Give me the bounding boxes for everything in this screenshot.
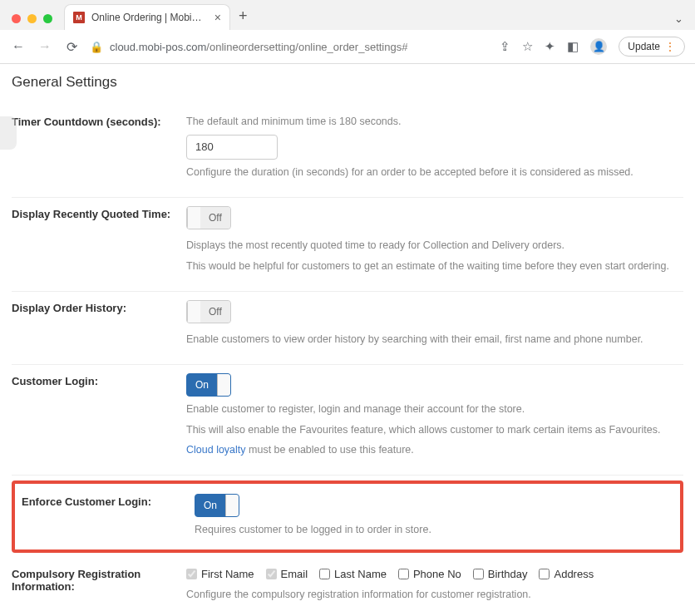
favicon-icon: M	[73, 12, 85, 23]
help-rq-2: This would be helpful for customers to g…	[186, 259, 683, 274]
check-item-last-name[interactable]: Last Name	[319, 566, 387, 583]
cloud-loyalty-link[interactable]: Cloud loyalty	[186, 444, 246, 456]
toggle-recently-quoted[interactable]: Off	[186, 206, 231, 229]
checkbox-label: Last Name	[334, 566, 387, 583]
url-text: cloud.mobi-pos.com/onlineordersetting/on…	[110, 41, 407, 53]
back-button[interactable]: ←	[10, 39, 27, 54]
label-enforce-login: Enforce Customer Login:	[20, 494, 195, 538]
row-customer-login: Customer Login: On Enable customer to re…	[12, 365, 683, 476]
more-icon: ⋮	[665, 41, 676, 52]
help-enforce: Requires customer to be logged in to ord…	[195, 522, 675, 538]
check-item-first-name[interactable]: First Name	[186, 566, 254, 583]
toggle-customer-login[interactable]: On	[186, 373, 231, 397]
row-compulsory: Compulsory Registration Information: Fir…	[12, 558, 683, 616]
checkbox[interactable]	[398, 569, 409, 579]
label-timer: Timer Countdown (seconds):	[12, 114, 186, 180]
address-bar: ← → ⟳ 🔒 cloud.mobi-pos.com/onlineorderse…	[0, 30, 695, 63]
compulsory-options: First NameEmailLast NamePhone NoBirthday…	[186, 566, 683, 583]
checkbox[interactable]	[319, 569, 330, 579]
checkbox[interactable]	[539, 569, 550, 579]
reload-button[interactable]: ⟳	[63, 39, 80, 55]
help-cl-3: Cloud loyalty must be enabled to use thi…	[186, 442, 683, 458]
close-tab-icon[interactable]: ×	[214, 11, 221, 24]
check-item-address[interactable]: Address	[539, 566, 594, 583]
checkbox-label: Phone No	[413, 566, 461, 583]
checkbox[interactable]	[186, 569, 197, 579]
toggle-order-history[interactable]: Off	[186, 300, 231, 323]
side-handle[interactable]	[0, 116, 17, 150]
page-content: General Settings Timer Countdown (second…	[0, 64, 695, 616]
checkbox-label: Email	[281, 566, 308, 583]
url-box[interactable]: 🔒 cloud.mobi-pos.com/onlineordersetting/…	[90, 41, 490, 53]
browser-chrome: M Online Ordering | MobiPOS × + ⌄ ← → ⟳ …	[0, 0, 695, 64]
label-recently-quoted: Display Recently Quoted Time:	[12, 206, 186, 274]
profile-icon[interactable]: 👤	[590, 38, 607, 55]
check-item-phone-no[interactable]: Phone No	[398, 566, 461, 583]
tab-bar: M Online Ordering | MobiPOS × + ⌄	[0, 0, 695, 30]
share-icon[interactable]: ⇪	[500, 39, 510, 54]
help-order-history: Enable customers to view order history b…	[186, 332, 683, 347]
label-order-history: Display Order History:	[12, 300, 186, 347]
lock-icon: 🔒	[90, 41, 103, 53]
close-window-button[interactable]	[12, 14, 21, 23]
page-title: General Settings	[12, 74, 683, 91]
forward-button[interactable]: →	[37, 39, 53, 54]
timer-input[interactable]	[186, 135, 278, 160]
label-compulsory: Compulsory Registration Information:	[12, 566, 186, 603]
minimize-window-button[interactable]	[27, 14, 37, 23]
help-cl-1: Enable customer to register, login and m…	[186, 402, 683, 417]
row-recently-quoted: Display Recently Quoted Time: Off Displa…	[12, 198, 683, 292]
checkbox-label: Address	[554, 566, 594, 583]
bookmark-icon[interactable]: ☆	[522, 39, 533, 54]
row-order-history: Display Order History: Off Enable custom…	[12, 292, 683, 365]
checkbox[interactable]	[266, 569, 277, 579]
tab-title: Online Ordering | MobiPOS	[91, 12, 208, 23]
help-cl-2: This will also enable the Favourites fea…	[186, 422, 683, 438]
check-item-email[interactable]: Email	[266, 566, 308, 583]
toggle-enforce-login[interactable]: On	[195, 494, 239, 517]
help-timer: Configure the duration (in seconds) for …	[186, 165, 683, 180]
check-item-birthday[interactable]: Birthday	[473, 566, 528, 583]
row-timer: Timer Countdown (seconds): The default a…	[12, 106, 683, 198]
tabs-menu-icon[interactable]: ⌄	[674, 12, 683, 25]
new-tab-button[interactable]: +	[239, 7, 248, 25]
help-timer-top: The default and minimum time is 180 seco…	[186, 114, 683, 130]
help-compulsory: Configure the compulsory registration in…	[186, 587, 683, 603]
update-button[interactable]: Update ⋮	[619, 37, 685, 57]
browser-tab[interactable]: M Online Ordering | MobiPOS ×	[64, 4, 230, 30]
window-controls	[12, 14, 52, 23]
maximize-window-button[interactable]	[43, 14, 52, 23]
extensions-icon[interactable]: ✦	[545, 39, 555, 54]
checkbox[interactable]	[473, 569, 484, 579]
sidepanel-icon[interactable]: ◧	[567, 39, 579, 54]
label-customer-login: Customer Login:	[12, 373, 186, 458]
help-rq-1: Displays the most recently quoted time t…	[186, 238, 683, 254]
checkbox-label: First Name	[201, 566, 254, 583]
row-enforce-login: Enforce Customer Login: On Requires cust…	[12, 480, 683, 553]
checkbox-label: Birthday	[488, 566, 528, 583]
